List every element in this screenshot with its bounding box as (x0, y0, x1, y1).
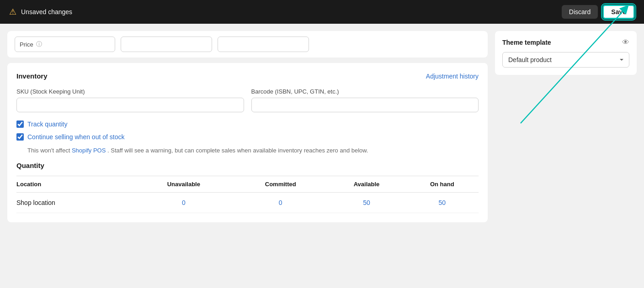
topbar-title: Unsaved changes (21, 8, 72, 16)
cell-committed: 0 (234, 192, 327, 213)
topbar-actions: Discard Save (562, 5, 635, 19)
topbar-left: ⚠ Unsaved changes (9, 7, 72, 17)
main-content: Price ⓘ Inventory Adjustment history SKU… (0, 24, 644, 230)
discard-button[interactable]: Discard (562, 5, 598, 19)
table-row: Shop location 0 0 50 50 (16, 192, 479, 213)
continue-selling-checkbox[interactable] (16, 133, 24, 141)
theme-card-header: Theme template 👁 (502, 38, 629, 47)
sku-input[interactable] (16, 98, 244, 112)
track-quantity-label[interactable]: Track quantity (27, 120, 67, 128)
shopify-pos-link[interactable]: Shopify POS (72, 147, 106, 154)
col-header-unavailable: Unavailable (134, 176, 234, 192)
table-header-row: Location Unavailable Committed Available… (16, 176, 479, 192)
price-label: Price (20, 41, 33, 48)
continue-selling-description: This won't affect Shopify POS . Staff wi… (27, 146, 479, 155)
continue-selling-label[interactable]: Continue selling when out of stock (27, 133, 124, 141)
right-column: Theme template 👁 Default productCustom p… (495, 31, 637, 222)
sku-field-group: SKU (Stock Keeping Unit) (16, 88, 244, 112)
cost-price-input[interactable] (218, 37, 309, 52)
continue-selling-row: Continue selling when out of stock (16, 133, 479, 141)
save-button[interactable]: Save (602, 5, 635, 19)
price-info-icon[interactable]: ⓘ (36, 40, 42, 48)
track-quantity-checkbox[interactable] (16, 120, 24, 128)
barcode-field-group: Barcode (ISBN, UPC, GTIN, etc.) (251, 88, 479, 112)
cell-location: Shop location (16, 192, 134, 213)
inventory-title: Inventory (16, 72, 48, 80)
barcode-input[interactable] (251, 98, 479, 112)
sku-label: SKU (Stock Keeping Unit) (16, 88, 244, 95)
topbar: ⚠ Unsaved changes Discard Save (0, 0, 644, 24)
barcode-label: Barcode (ISBN, UPC, GTIN, etc.) (251, 88, 479, 95)
cell-unavailable: 0 (134, 192, 234, 213)
cell-on-hand: 50 (406, 192, 479, 213)
sku-barcode-row: SKU (Stock Keeping Unit) Barcode (ISBN, … (16, 88, 479, 112)
theme-card-title: Theme template (502, 39, 551, 46)
eye-icon[interactable]: 👁 (622, 38, 629, 47)
price-row: Price ⓘ (7, 31, 488, 58)
warning-icon: ⚠ (9, 7, 16, 17)
col-header-on-hand: On hand (406, 176, 479, 192)
track-quantity-row: Track quantity (16, 120, 479, 128)
quantity-table: Location Unavailable Committed Available… (16, 176, 479, 213)
col-header-committed: Committed (234, 176, 327, 192)
inventory-header: Inventory Adjustment history (16, 72, 479, 80)
theme-select[interactable]: Default productCustom productFull width (502, 52, 629, 68)
compare-price-input[interactable] (121, 37, 212, 52)
theme-card: Theme template 👁 Default productCustom p… (495, 31, 637, 75)
quantity-title: Quantity (16, 162, 479, 169)
inventory-card: Inventory Adjustment history SKU (Stock … (7, 63, 488, 222)
cell-available: 50 (327, 192, 405, 213)
col-header-available: Available (327, 176, 405, 192)
col-header-location: Location (16, 176, 134, 192)
left-column: Price ⓘ Inventory Adjustment history SKU… (7, 31, 488, 222)
price-field: Price ⓘ (15, 37, 115, 52)
adjustment-history-link[interactable]: Adjustment history (426, 73, 479, 80)
